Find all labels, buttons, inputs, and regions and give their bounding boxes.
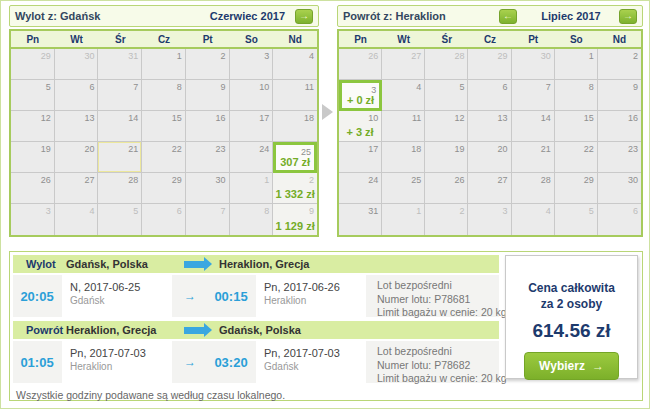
calendar-day-cell[interactable]: 2 <box>425 204 468 235</box>
calendar-day-cell[interactable]: 6 <box>598 204 641 235</box>
previous-month-icon[interactable]: ← <box>499 9 517 24</box>
calendar-day-cell[interactable]: 20 <box>55 142 99 173</box>
calendar-day-cell[interactable]: 18 <box>382 142 425 173</box>
day-number: 8 <box>589 82 594 92</box>
calendar-day-cell[interactable]: 9 <box>598 80 641 111</box>
day-number: 8 <box>264 206 269 216</box>
calendar-day-cell[interactable]: 23 <box>598 142 641 173</box>
calendar-day-cell[interactable]: 11 <box>382 111 425 142</box>
calendar-day-cell[interactable]: 21 332 zł <box>273 173 317 204</box>
calendar-day-cell[interactable]: 19 <box>425 142 468 173</box>
calendar-day-cell[interactable]: 4 <box>512 204 555 235</box>
calendar-day-cell[interactable]: 1 <box>230 173 274 204</box>
calendar-day-cell[interactable]: 12 <box>11 111 55 142</box>
calendar-day-cell[interactable]: 30 <box>55 49 99 80</box>
calendar-day-cell[interactable]: 4 <box>273 49 317 80</box>
calendar-day-cell[interactable]: 2 <box>186 49 230 80</box>
calendar-day-cell[interactable]: 16 <box>598 111 641 142</box>
return-leg: Powrót Heraklion, Grecja Gdańsk, Polska … <box>13 321 499 383</box>
calendar-day-cell[interactable]: 1 <box>555 49 598 80</box>
calendar-day-cell[interactable]: 5 <box>425 80 468 111</box>
calendar-day-cell[interactable]: 31 <box>339 204 382 235</box>
calendar-day-cell[interactable]: 13 <box>55 111 99 142</box>
calendar-day-cell[interactable]: 27 <box>468 173 511 204</box>
calendar-day-cell[interactable]: 1 <box>142 49 186 80</box>
calendar-day-cell[interactable]: 22 <box>555 142 598 173</box>
calendar-day-cell[interactable]: 30 <box>186 173 230 204</box>
calendar-day-cell[interactable]: 2 <box>598 49 641 80</box>
day-number: 29 <box>41 51 51 61</box>
calendar-day-cell[interactable]: 7 <box>98 80 142 111</box>
calendar-day-cell[interactable]: 7 <box>186 204 230 235</box>
calendar-day-cell[interactable]: 29 <box>142 173 186 204</box>
calendar-day-cell[interactable]: 8 <box>555 80 598 111</box>
calendar-day-cell[interactable]: 25 <box>382 173 425 204</box>
calendar-day-cell[interactable]: 91 129 zł <box>273 204 317 235</box>
calendar-day-cell[interactable]: 10+ 3 zł <box>339 111 382 142</box>
calendar-day-cell[interactable]: 8 <box>142 80 186 111</box>
calendar-day-cell[interactable]: 15 <box>142 111 186 142</box>
outbound-leg: Wylot Gdańsk, Polska Heraklion, Grecja 2… <box>13 255 499 317</box>
calendar-day-cell[interactable]: 4 <box>382 80 425 111</box>
calendar-day-cell[interactable]: 27 <box>55 173 99 204</box>
calendar-day-cell[interactable]: 24 <box>339 173 382 204</box>
calendar-day-cell[interactable]: 5 <box>11 80 55 111</box>
next-month-icon[interactable]: → <box>295 9 313 24</box>
calendar-day-cell[interactable]: 15 <box>555 111 598 142</box>
calendar-day-cell[interactable]: 7 <box>512 80 555 111</box>
calendar-day-cell[interactable]: 27 <box>382 49 425 80</box>
calendar-day-cell[interactable]: 28 <box>512 173 555 204</box>
calendar-day-cell[interactable]: 6 <box>55 80 99 111</box>
calendar-day-cell[interactable]: 10 <box>230 80 274 111</box>
calendar-day-selected[interactable]: 3+ 0 zł <box>339 80 382 111</box>
calendar-day-cell[interactable]: 21 <box>98 142 142 173</box>
calendar-day-cell[interactable]: 12 <box>425 111 468 142</box>
calendar-day-cell[interactable]: 31 <box>98 49 142 80</box>
calendar-day-cell[interactable]: 4 <box>55 204 99 235</box>
calendar-day-cell[interactable]: 22 <box>142 142 186 173</box>
day-of-week-header: So <box>555 31 598 49</box>
calendar-day-cell[interactable]: 13 <box>468 111 511 142</box>
calendar-day-cell[interactable]: 14 <box>512 111 555 142</box>
calendar-day-cell[interactable]: 14 <box>98 111 142 142</box>
calendar-day-cell[interactable]: 29 <box>11 49 55 80</box>
calendar-day-cell[interactable]: 16 <box>186 111 230 142</box>
calendar-day-cell[interactable]: 28 <box>425 49 468 80</box>
calendar-day-cell[interactable]: 3 <box>468 204 511 235</box>
calendar-day-cell[interactable]: 28 <box>98 173 142 204</box>
calendar-day-cell[interactable]: 17 <box>230 111 274 142</box>
departure-date-cell: N, 2017-06-25 Gdańsk <box>62 275 172 317</box>
calendar-day-cell[interactable]: 29 <box>555 173 598 204</box>
calendar-day-cell[interactable]: 6 <box>142 204 186 235</box>
calendar-day-cell[interactable]: 18 <box>273 111 317 142</box>
calendar-day-cell[interactable]: 3 <box>230 49 274 80</box>
calendar-day-cell[interactable]: 30 <box>598 173 641 204</box>
day-number: 16 <box>628 113 638 123</box>
calendar-day-cell[interactable]: 26 <box>425 173 468 204</box>
calendar-day-cell[interactable]: 3 <box>11 204 55 235</box>
calendar-day-cell[interactable]: 24 <box>230 142 274 173</box>
calendar-day-selected[interactable]: 25307 zł <box>273 142 317 173</box>
calendar-day-cell[interactable]: 19 <box>11 142 55 173</box>
next-month-icon[interactable]: → <box>619 9 637 24</box>
calendar-day-cell[interactable]: 26 <box>339 49 382 80</box>
calendar-day-cell[interactable]: 30 <box>512 49 555 80</box>
day-number: 24 <box>259 144 269 154</box>
calendar-day-cell[interactable]: 1 <box>382 204 425 235</box>
calendar-day-cell[interactable]: 20 <box>468 142 511 173</box>
calendar-day-cell[interactable]: 6 <box>468 80 511 111</box>
day-number: 14 <box>128 113 138 123</box>
calendar-day-cell[interactable]: 23 <box>186 142 230 173</box>
calendar-day-cell[interactable]: 26 <box>11 173 55 204</box>
select-offer-button[interactable]: Wybierz → <box>524 352 619 380</box>
calendar-day-cell[interactable]: 29 <box>468 49 511 80</box>
calendar-day-cell[interactable]: 5 <box>555 204 598 235</box>
calendar-day-cell[interactable]: 9 <box>186 80 230 111</box>
calendar-day-cell[interactable]: 11 <box>273 80 317 111</box>
calendar-day-cell[interactable]: 8 <box>230 204 274 235</box>
calendar-day-cell[interactable]: 21 <box>512 142 555 173</box>
calendar-day-cell[interactable]: 17 <box>339 142 382 173</box>
flight-summary-panel: Wylot Gdańsk, Polska Heraklion, Grecja 2… <box>9 251 643 401</box>
day-of-week-header: Pt <box>186 31 230 49</box>
calendar-day-cell[interactable]: 5 <box>98 204 142 235</box>
